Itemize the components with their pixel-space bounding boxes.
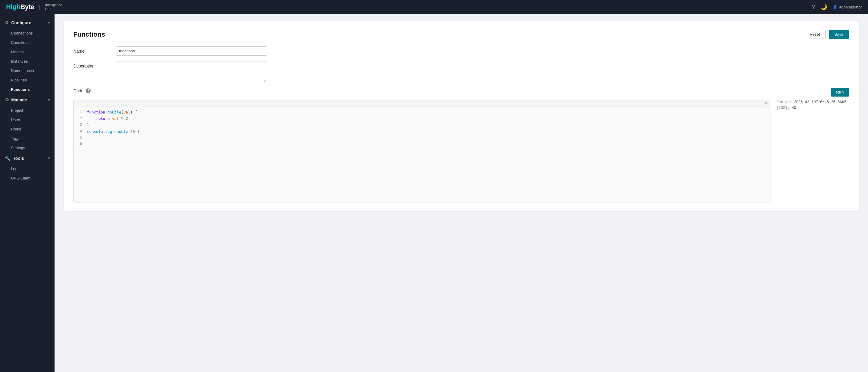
functions-card: Functions Reset Save Name Description (64, 21, 859, 211)
manage-icon: ⚙ (5, 97, 9, 103)
sidebar-item-instances[interactable]: Instances (0, 57, 55, 66)
topbar-right: ? 🌙 👤 administrator (812, 4, 862, 10)
help-icon[interactable]: ? (812, 4, 815, 10)
topbar-left: HighByte | Intelligence Hub (6, 3, 62, 11)
code-section-header: Code ? (73, 89, 91, 93)
configure-icon: ⚙ (5, 20, 9, 26)
sidebar-item-settings[interactable]: Settings (0, 143, 55, 153)
theme-icon[interactable]: 🌙 (820, 4, 827, 10)
sidebar-item-models[interactable]: Models (0, 47, 55, 57)
output-ran-value: 2025-02-19T16:15:26.660Z (794, 100, 846, 104)
card-header: Functions Reset Save (73, 30, 849, 39)
run-button[interactable]: Run (831, 88, 849, 97)
output-text: Ran at: 2025-02-19T16:15:26.660Z [LOG]: … (776, 100, 849, 111)
sidebar-item-log[interactable]: Log (0, 164, 55, 173)
card-actions: Reset Save (804, 30, 849, 39)
toolbar-icon: ⊞ (765, 101, 768, 105)
description-row: Description (73, 61, 849, 82)
sidebar: ⚙ Configure ▾ Connections Conditions Mod… (0, 14, 55, 372)
user-icon: 👤 (833, 5, 837, 9)
page-title: Functions (73, 31, 105, 38)
configure-chevron: ▾ (48, 21, 50, 25)
name-row: Name (73, 46, 849, 56)
description-input[interactable] (116, 61, 267, 82)
sidebar-item-namespaces[interactable]: Namespaces (0, 66, 55, 75)
code-toolbar: ⊞ (73, 100, 770, 106)
output-box: Ran at: 2025-02-19T16:15:26.660Z [LOG]: … (776, 100, 849, 111)
line-numbers: 1 2 3 4 5 6 (73, 109, 85, 148)
manage-label: Manage (11, 98, 27, 102)
sidebar-item-functions[interactable]: Functions (0, 85, 55, 94)
logo: HighByte (6, 3, 34, 11)
sidebar-item-uns-client[interactable]: UNS Client (0, 173, 55, 183)
output-log-value: 40 (792, 106, 796, 110)
configure-label: Configure (11, 20, 31, 25)
output-log-label: [LOG]: (776, 106, 789, 110)
sidebar-manage-header[interactable]: ⚙ Manage ▾ (0, 94, 55, 106)
code-body: 1 2 3 4 5 6 function double(val) { retur… (73, 106, 770, 150)
tools-label: Tools (13, 156, 24, 161)
code-content: function double(val) { return val * 2; }… (85, 109, 770, 148)
app-body: ⚙ Configure ▾ Connections Conditions Mod… (0, 14, 868, 372)
sidebar-item-roles[interactable]: Roles (0, 125, 55, 134)
sidebar-item-conditions[interactable]: Conditions (0, 38, 55, 47)
sidebar-configure-header[interactable]: ⚙ Configure ▾ (0, 17, 55, 29)
logo-divider: | (39, 4, 40, 10)
save-button[interactable]: Save (829, 30, 849, 39)
reset-button[interactable]: Reset (804, 30, 826, 39)
sidebar-item-connections[interactable]: Connections (0, 29, 55, 38)
user-menu[interactable]: 👤 administrator (833, 5, 862, 9)
code-label: Code (73, 89, 83, 93)
sidebar-item-project[interactable]: Project (0, 106, 55, 115)
sidebar-item-pipelines[interactable]: Pipelines (0, 75, 55, 85)
topbar: HighByte | Intelligence Hub ? 🌙 👤 admini… (0, 0, 868, 14)
sidebar-tools-header[interactable]: 🔧 Tools ▾ (0, 153, 55, 164)
code-help-icon[interactable]: ? (86, 89, 91, 93)
tools-icon: 🔧 (5, 156, 10, 161)
description-label: Description (73, 61, 116, 68)
code-section: Code ? Run ⊞ 1 2 (73, 88, 849, 203)
output-ran-label: Ran at: (776, 100, 792, 104)
tools-chevron: ▾ (48, 156, 50, 161)
sidebar-item-tags[interactable]: Tags (0, 134, 55, 143)
name-label: Name (73, 46, 116, 54)
code-editor[interactable]: ⊞ 1 2 3 4 5 6 fun (73, 100, 770, 203)
sidebar-item-users[interactable]: Users (0, 115, 55, 125)
user-label: administrator (839, 5, 862, 9)
name-input[interactable] (116, 46, 267, 56)
main-content: Functions Reset Save Name Description (55, 14, 868, 372)
manage-chevron: ▾ (48, 98, 50, 102)
logo-subtitle: Intelligence Hub (45, 3, 62, 11)
code-area-wrapper: ⊞ 1 2 3 4 5 6 fun (73, 100, 849, 203)
